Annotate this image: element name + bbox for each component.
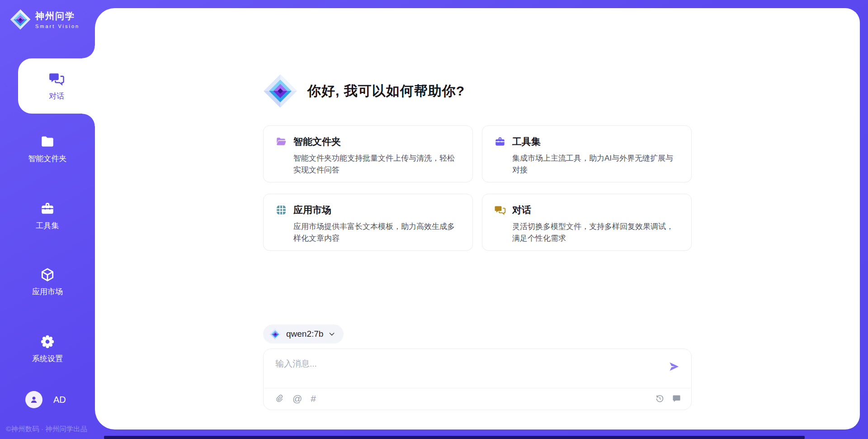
cube-icon [40,267,55,282]
topic-button[interactable]: # [311,394,316,403]
mention-button[interactable]: @ [292,394,302,403]
sidebar-item-toolset[interactable]: 工具集 [0,201,95,231]
toolbox-icon [40,201,55,216]
send-button[interactable] [668,361,680,373]
sidebar-item-label: 智能文件夹 [28,153,67,164]
message-input[interactable] [264,349,691,388]
sidebar-item-label: 系统设置 [32,353,63,364]
gear-icon [40,334,55,349]
hash-icon: # [311,394,316,403]
grid-icon [275,204,287,216]
message-composer: @ # [263,348,692,410]
sidebar-item-app-market[interactable]: 应用市场 [0,267,95,297]
chevron-down-icon [328,330,335,338]
card-title: 智能文件夹 [293,135,341,148]
card-description: 灵活切换多模型文件，支持多样回复效果调试，满足个性化需求 [512,221,679,244]
brand-name: 神州问学 [35,10,80,22]
message-icon [672,394,681,403]
sidebar-item-settings[interactable]: 系统设置 [0,334,95,364]
paperclip-icon [274,394,284,403]
brand: 神州问学 Smart Vision [10,9,80,30]
card-chat[interactable]: 对话 灵活切换多模型文件，支持多样回复效果调试，满足个性化需求 [482,194,692,251]
avatar [25,391,42,408]
model-selector[interactable]: qwen2:7b [263,324,344,344]
card-title: 工具集 [512,135,541,148]
card-description: 智能文件夹功能支持批量文件上传与清洗，轻松实现文件问答 [293,153,461,176]
at-icon: @ [292,394,302,403]
new-chat-button[interactable] [672,394,681,403]
brand-logo-icon [10,9,31,30]
copyright-footer: ©神州数码 · 神州问学出品 [6,425,87,434]
bottom-strip [104,436,805,439]
card-description: 集成市场上主流工具，助力AI与外界无缝扩展与对接 [512,153,679,176]
sidebar: 神州问学 Smart Vision 对话 智能文件夹 工具集 应用市场 [0,0,95,439]
card-title: 应用市场 [293,204,331,216]
user-initials: AD [53,395,66,405]
sidebar-item-chat[interactable]: 对话 [18,58,95,114]
history-icon [655,394,665,403]
model-name: qwen2:7b [286,329,323,339]
sidebar-item-label: 对话 [49,91,64,101]
card-title: 对话 [512,204,531,216]
card-description: 应用市场提供丰富长文本模板，助力高效生成多样化文章内容 [293,221,461,244]
sidebar-item-smart-folder[interactable]: 智能文件夹 [0,134,95,164]
folder-open-icon [275,136,287,148]
history-button[interactable] [655,394,665,403]
attach-button[interactable] [274,394,284,403]
greeting: 你好, 我可以如何帮助你? [263,74,692,108]
card-toolset[interactable]: 工具集 集成市场上主流工具，助力AI与外界无缝扩展与对接 [482,125,692,182]
main-panel: 你好, 我可以如何帮助你? 智能文件夹 智能文件夹功能支持批量文件上传与清洗，轻… [95,8,860,429]
card-app-market[interactable]: 应用市场 应用市场提供丰富长文本模板，助力高效生成多样化文章内容 [263,194,473,251]
feature-cards: 智能文件夹 智能文件夹功能支持批量文件上传与清洗，轻松实现文件问答 工具集 集成… [263,125,692,251]
sidebar-item-label: 工具集 [36,220,59,231]
send-icon [668,361,680,372]
toolbox-icon [494,136,506,148]
user-profile[interactable]: AD [25,391,66,408]
folder-icon [40,134,55,149]
card-smart-folder[interactable]: 智能文件夹 智能文件夹功能支持批量文件上传与清洗，轻松实现文件问答 [263,125,473,182]
brand-subtitle: Smart Vision [35,24,80,29]
greeting-title: 你好, 我可以如何帮助你? [307,82,465,100]
composer-toolbar: @ # [264,388,691,410]
sidebar-item-label: 应用市场 [32,286,63,297]
model-logo-icon [269,328,281,340]
chat-bubble-icon [494,204,506,216]
greeting-logo-icon [263,74,297,108]
user-icon [28,394,39,405]
chat-icon [48,71,65,87]
